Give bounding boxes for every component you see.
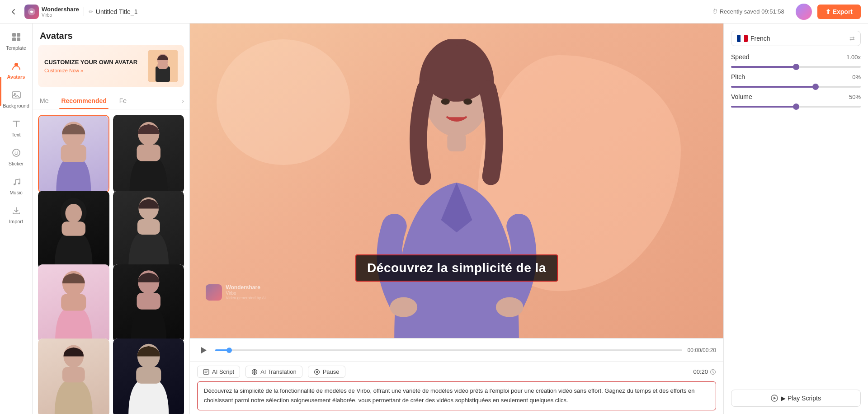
main-content: Découvrez la simplicité de la Wondershar…	[190, 24, 723, 414]
svg-point-38	[463, 99, 472, 105]
svg-rect-23	[62, 221, 86, 236]
background-icon	[10, 89, 23, 101]
pitch-track	[731, 86, 861, 88]
ai-translation-button[interactable]: AI Translation	[245, 366, 302, 378]
music-label: Music	[9, 190, 23, 195]
svg-rect-18	[61, 145, 86, 162]
volume-value: 50%	[849, 94, 861, 100]
svg-point-22	[65, 203, 82, 222]
avatar-card-6[interactable]	[113, 264, 184, 343]
avatar-card-5[interactable]	[38, 264, 109, 343]
ai-script-button[interactable]: AI Script	[197, 366, 240, 378]
speed-value: 1.00x	[846, 54, 861, 61]
title-divider	[84, 7, 84, 16]
speed-slider-row: Speed 1.00x	[731, 53, 861, 68]
sticker-label: Sticker	[9, 161, 24, 166]
svg-rect-39	[447, 133, 466, 151]
template-label: Template	[6, 45, 26, 51]
sidebar-icons: Template Avatars Background Text Sticker	[0, 24, 33, 414]
avatars-title: Avatars	[33, 24, 189, 45]
sidebar-item-music[interactable]: Music	[2, 172, 31, 199]
svg-rect-47	[317, 371, 318, 373]
avatar-card-1[interactable]	[38, 115, 109, 193]
svg-rect-29	[137, 293, 160, 310]
timeline-track[interactable]	[215, 349, 682, 351]
speed-label: Speed	[731, 53, 749, 61]
french-flag	[737, 35, 748, 42]
avatar-card-8[interactable]	[113, 339, 184, 414]
svg-rect-1	[12, 33, 16, 37]
import-icon	[10, 204, 23, 217]
avatar-card-7[interactable]	[38, 339, 109, 414]
script-time: 00:20	[693, 368, 716, 375]
swap-icon: ⇄	[849, 35, 855, 42]
watermark-text: Wondershare Virbo Video generated by AI	[226, 284, 265, 300]
timeline-bar: 00:00/00:20	[190, 338, 723, 362]
svg-rect-4	[17, 38, 20, 41]
pitch-value: 0%	[852, 74, 861, 80]
app-logo: Wondershare Virbo	[24, 5, 79, 19]
sidebar-item-template[interactable]: Template	[2, 27, 31, 54]
svg-point-8	[13, 149, 20, 156]
svg-point-37	[441, 99, 450, 105]
volume-track	[731, 106, 861, 108]
user-avatar-button[interactable]	[796, 4, 812, 20]
volume-fill	[731, 106, 796, 108]
sidebar-item-import[interactable]: Import	[2, 201, 31, 228]
subtitle-text: Découvrez la simplicité de la	[367, 261, 546, 275]
pause-button[interactable]: Pause	[308, 366, 345, 378]
customize-link[interactable]: Customize Now »	[44, 68, 148, 73]
logo-text: Wondershare Virbo	[42, 6, 79, 18]
script-content[interactable]: Découvrez la simplicité de la fonctionna…	[197, 381, 716, 410]
doc-title-text[interactable]: Untitled Title_1	[96, 8, 138, 15]
text-label: Text	[11, 132, 20, 137]
active-indicator	[0, 77, 1, 106]
watermark-icon	[206, 284, 222, 301]
avatar-card-3[interactable]	[38, 191, 109, 269]
svg-marker-50	[774, 397, 776, 400]
tab-fe[interactable]: Fe	[118, 93, 128, 109]
svg-rect-25	[137, 219, 160, 235]
speed-thumb[interactable]	[793, 64, 799, 70]
svg-point-12	[18, 183, 20, 184]
sidebar-item-sticker[interactable]: Sticker	[2, 143, 31, 170]
svg-rect-46	[316, 371, 317, 373]
tabs-arrow[interactable]: ›	[182, 97, 184, 104]
tab-recommended[interactable]: Recommended	[59, 93, 108, 109]
svg-rect-27	[61, 294, 86, 311]
topbar: Wondershare Virbo ✏ Untitled Title_1 ⏱ R…	[0, 0, 868, 24]
pitch-thumb[interactable]	[812, 84, 819, 90]
pitch-label: Pitch	[731, 73, 745, 80]
sidebar-item-avatars[interactable]: Avatars	[2, 56, 31, 83]
play-button[interactable]	[197, 344, 210, 357]
script-toolbar: AI Script AI Translation Pause 00:20	[197, 366, 716, 378]
main-layout: Template Avatars Background Text Sticker	[0, 24, 868, 414]
speed-track	[731, 66, 861, 68]
back-button[interactable]	[7, 5, 20, 18]
timeline-thumb[interactable]	[226, 348, 232, 353]
volume-slider-row: Volume 50%	[731, 93, 861, 108]
sidebar-item-text[interactable]: Text	[2, 114, 31, 141]
tab-me[interactable]: Me	[38, 93, 50, 109]
presenter-avatar	[337, 39, 577, 339]
svg-rect-33	[136, 367, 161, 384]
background-label: Background	[3, 103, 29, 108]
volume-thumb[interactable]	[793, 104, 799, 110]
play-scripts-button[interactable]: ▶ Play Scripts	[731, 390, 861, 407]
svg-rect-31	[62, 367, 85, 382]
sidebar-item-background[interactable]: Background	[2, 85, 31, 112]
subtitle-box: Découvrez la simplicité de la	[355, 254, 558, 282]
customize-avatar-img	[148, 50, 178, 82]
avatars-icon	[10, 60, 23, 72]
text-icon	[10, 118, 23, 130]
logo-icon	[24, 5, 39, 19]
avatar-card-4[interactable]	[113, 191, 184, 269]
customize-banner[interactable]: CUSTOMIZE YOUR OWN AVATAR Customize Now …	[38, 45, 184, 87]
language-selector[interactable]: French ⇄	[731, 31, 861, 46]
export-button[interactable]: ⬆ Export	[817, 5, 861, 19]
topbar-left: Wondershare Virbo ✏ Untitled Title_1	[7, 5, 431, 19]
saved-status: ⏱ Recently saved 09:51:58	[712, 8, 784, 15]
svg-marker-42	[201, 347, 207, 353]
bg-blob-2	[217, 39, 350, 165]
avatar-card-2[interactable]	[113, 115, 184, 193]
